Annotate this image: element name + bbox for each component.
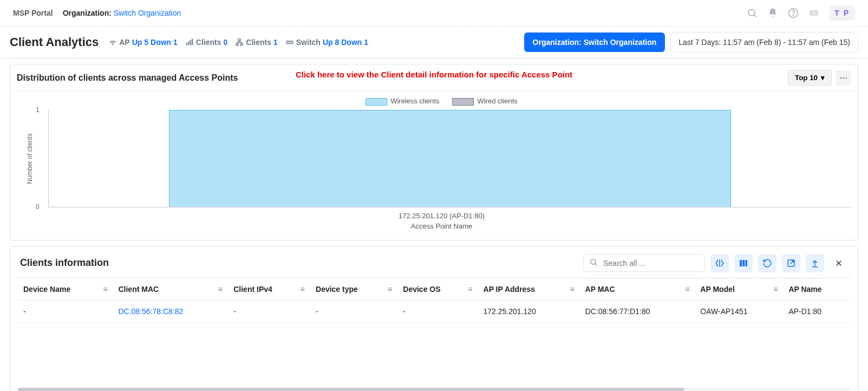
stat-wclients-label: Clients xyxy=(196,38,221,47)
stat-clients[interactable]: Clients 1 xyxy=(235,38,277,47)
organization-button[interactable]: Organization: Switch Organization xyxy=(524,32,665,52)
refresh-icon[interactable] xyxy=(758,254,776,272)
horizontal-scrollbar[interactable] xyxy=(18,388,850,391)
svg-rect-11 xyxy=(238,39,240,41)
col-ap-ip[interactable]: AP IP Address≡ xyxy=(478,278,580,300)
close-icon[interactable] xyxy=(830,254,848,272)
svg-rect-24 xyxy=(740,260,742,266)
scrollbar-thumb[interactable] xyxy=(18,388,684,391)
y-tick-1: 1 xyxy=(36,106,40,114)
topbar-left: MSP Portal Organization: Switch Organiza… xyxy=(13,9,181,17)
cell-device-name: - xyxy=(18,300,113,322)
svg-rect-13 xyxy=(240,44,243,45)
legend-wired[interactable]: Wired clients xyxy=(452,97,517,106)
col-client-ipv4[interactable]: Client IPv4≡ xyxy=(228,278,310,300)
chart-legend: Wireless clients Wired clients xyxy=(32,97,851,106)
stat-clients-label: Clients xyxy=(246,38,271,47)
col-menu-icon[interactable]: ≡ xyxy=(103,285,107,294)
col-device-type[interactable]: Device type≡ xyxy=(310,278,397,300)
help-icon[interactable] xyxy=(788,8,799,18)
svg-rect-10 xyxy=(192,38,193,45)
avatar[interactable]: T P xyxy=(829,5,855,21)
svg-point-20 xyxy=(845,77,847,79)
stat-wclients-value: 0 xyxy=(224,38,228,47)
switch-org-link[interactable]: Switch Organization xyxy=(114,9,181,17)
svg-point-22 xyxy=(591,259,596,264)
network-icon xyxy=(235,38,244,47)
table-row[interactable]: - DC:08:56:78:C8:82 - - - 172.25.201.120… xyxy=(18,300,850,322)
status-right: Organization: Switch Organization Last 7… xyxy=(524,32,858,53)
col-menu-icon[interactable]: ≡ xyxy=(685,285,689,294)
col-ap-mac[interactable]: AP MAC≡ xyxy=(580,278,695,300)
col-menu-icon[interactable]: ≡ xyxy=(468,285,472,294)
stat-switch[interactable]: Switch Up 8 Down 1 xyxy=(285,38,368,47)
client-mac-link[interactable]: DC:08:56:78:C8:82 xyxy=(118,307,183,316)
legend-wired-label: Wired clients xyxy=(477,97,517,105)
col-menu-icon[interactable]: ≡ xyxy=(301,285,305,294)
columns-icon[interactable] xyxy=(734,254,753,272)
chart-bar-wireless[interactable] xyxy=(169,110,730,207)
svg-point-3 xyxy=(793,15,794,16)
stat-clients-value: 1 xyxy=(273,38,278,47)
search-icon[interactable] xyxy=(747,8,758,18)
y-tick-0: 0 xyxy=(36,203,40,211)
col-ap-model[interactable]: AP Model≡ xyxy=(695,278,783,300)
legend-swatch-wireless xyxy=(366,98,387,106)
col-menu-icon[interactable]: ≡ xyxy=(570,285,574,294)
col-menu-icon[interactable]: ≡ xyxy=(773,285,778,294)
table-scroll[interactable]: Device Name≡ Client MAC≡ Client IPv4≡ De… xyxy=(18,278,850,382)
svg-rect-25 xyxy=(743,260,745,266)
top-n-label: Top 10 xyxy=(795,74,818,82)
cell-ap-model: OAW-AP1451 xyxy=(695,300,783,322)
svg-point-0 xyxy=(749,9,755,16)
search-input[interactable] xyxy=(602,258,699,268)
upload-icon[interactable] xyxy=(806,254,824,272)
cell-device-os: - xyxy=(397,300,478,322)
clients-card-title: Clients information xyxy=(20,257,109,269)
wifi-icon xyxy=(108,38,117,47)
card-menu-icon[interactable] xyxy=(836,70,851,86)
svg-rect-17 xyxy=(290,42,291,43)
cell-ap-name: AP-D1:80 xyxy=(783,300,850,322)
video-icon[interactable] xyxy=(808,8,819,18)
search-box[interactable] xyxy=(583,254,705,272)
date-range-button[interactable]: Last 7 Days: 11:57 am (Feb 8) - 11:57 am… xyxy=(670,32,858,53)
search-icon xyxy=(589,258,598,268)
legend-wireless[interactable]: Wireless clients xyxy=(366,97,439,106)
stat-ap-up: Up 5 xyxy=(132,38,148,47)
clients-toolbar-right xyxy=(583,254,848,272)
export-icon[interactable] xyxy=(782,254,800,272)
svg-rect-8 xyxy=(188,42,189,45)
caret-down-icon: ▾ xyxy=(821,74,825,82)
distribution-card-header: Distribution of clients across managed A… xyxy=(10,64,858,92)
col-menu-icon[interactable]: ≡ xyxy=(388,285,392,294)
distribution-card-title: Distribution of clients across managed A… xyxy=(17,73,238,83)
page-title: Client Analytics xyxy=(10,35,99,49)
svg-rect-15 xyxy=(288,42,288,43)
svg-line-1 xyxy=(754,15,756,17)
col-client-mac[interactable]: Client MAC≡ xyxy=(113,278,228,300)
portal-name[interactable]: MSP Portal xyxy=(13,9,53,17)
col-device-name[interactable]: Device Name≡ xyxy=(18,278,113,300)
stat-ap-label: AP xyxy=(119,38,129,47)
stat-ap[interactable]: AP Up 5 Down 1 xyxy=(108,38,178,47)
col-device-os[interactable]: Device OS≡ xyxy=(397,278,478,300)
col-menu-icon[interactable]: ≡ xyxy=(218,285,223,294)
col-ap-name[interactable]: AP Name xyxy=(783,278,850,300)
bell-icon[interactable] xyxy=(767,8,778,18)
org-field: Organization: Switch Organization xyxy=(63,9,181,17)
signal-icon xyxy=(185,38,194,47)
svg-point-6 xyxy=(113,44,113,44)
annotation-text: Click here to view the Client detail inf… xyxy=(296,70,572,79)
fit-columns-icon[interactable] xyxy=(710,254,729,272)
top-n-dropdown[interactable]: Top 10 ▾ xyxy=(788,70,832,86)
stat-wireless-clients[interactable]: Clients 0 xyxy=(185,38,227,47)
org-label: Organization: xyxy=(63,9,112,17)
topbar: MSP Portal Organization: Switch Organiza… xyxy=(0,0,868,27)
status-bar: Client Analytics AP Up 5 Down 1 Clients … xyxy=(0,27,868,58)
stat-ap-down: Down 1 xyxy=(151,38,178,47)
svg-point-18 xyxy=(840,77,842,79)
clients-table: Device Name≡ Client MAC≡ Client IPv4≡ De… xyxy=(18,278,850,323)
y-axis-label: Number of clients xyxy=(26,133,34,184)
chart-plot[interactable]: 1 0 xyxy=(48,110,851,207)
